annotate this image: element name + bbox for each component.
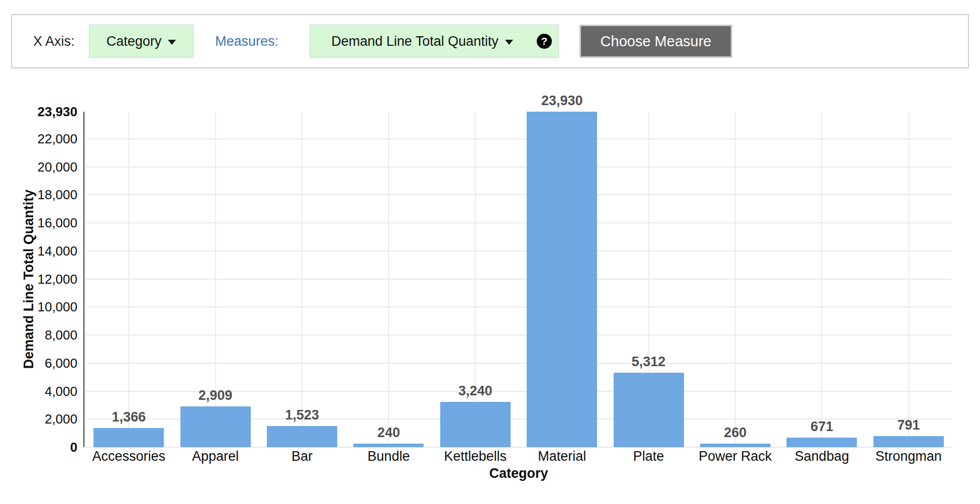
y-tick-label: 22,000: [37, 131, 77, 146]
x-axis-title: Category: [489, 466, 548, 481]
bar-sandbag[interactable]: [787, 438, 857, 447]
bar-power-rack[interactable]: [700, 444, 770, 447]
bar-value-label: 1,523: [252, 407, 352, 423]
y-tick-label: 12,000: [37, 272, 77, 287]
bar-value-label: 260: [685, 425, 786, 441]
y-tick-label: 14,000: [37, 243, 77, 259]
bar-bar[interactable]: [267, 426, 337, 447]
y-tick-label: 23,930: [37, 104, 77, 119]
y-tick-label: 2,000: [45, 411, 77, 427]
y-tick-label: 16,000: [37, 215, 77, 230]
bar-material[interactable]: [527, 112, 597, 447]
y-tick-label: 20,000: [37, 159, 77, 175]
y-tick-label: 6,000: [45, 356, 77, 371]
y-tick-label: 8,000: [45, 327, 77, 343]
bar-apparel[interactable]: [180, 406, 251, 447]
bar-strongman[interactable]: [873, 436, 944, 447]
v-gridline: [821, 112, 822, 447]
bar-value-label: 2,909: [165, 387, 266, 403]
v-gridline: [388, 112, 389, 447]
bar-value-label: 671: [771, 418, 872, 435]
bar-bundle[interactable]: [353, 444, 424, 447]
page: X Axis: Category Measures: Demand Line T…: [0, 0, 980, 504]
v-gridline: [128, 112, 129, 447]
bar-plate[interactable]: [614, 373, 684, 447]
y-tick-label: 18,000: [37, 187, 77, 202]
bar-value-label: 3,240: [425, 383, 526, 399]
bar-value-label: 23,930: [512, 93, 612, 109]
y-axis-title: Demand Line Total Quantity: [21, 190, 37, 369]
v-gridline: [302, 112, 303, 447]
y-axis-line: [83, 112, 84, 447]
v-gridline: [908, 112, 909, 447]
bar-kettlebells[interactable]: [440, 402, 511, 447]
bar-accessories[interactable]: [93, 428, 164, 447]
bar-value-label: 791: [858, 417, 959, 433]
x-tick-label: Strongman: [853, 449, 964, 464]
bar-value-label: 240: [338, 425, 439, 441]
y-tick-label: 4,000: [45, 384, 77, 399]
bar-value-label: 5,312: [599, 354, 699, 370]
bar-value-label: 1,366: [78, 409, 179, 425]
bar-chart: Demand Line Total Quantity Category 23,9…: [0, 0, 980, 504]
v-gridline: [735, 112, 736, 447]
y-tick-label: 10,000: [37, 299, 77, 314]
